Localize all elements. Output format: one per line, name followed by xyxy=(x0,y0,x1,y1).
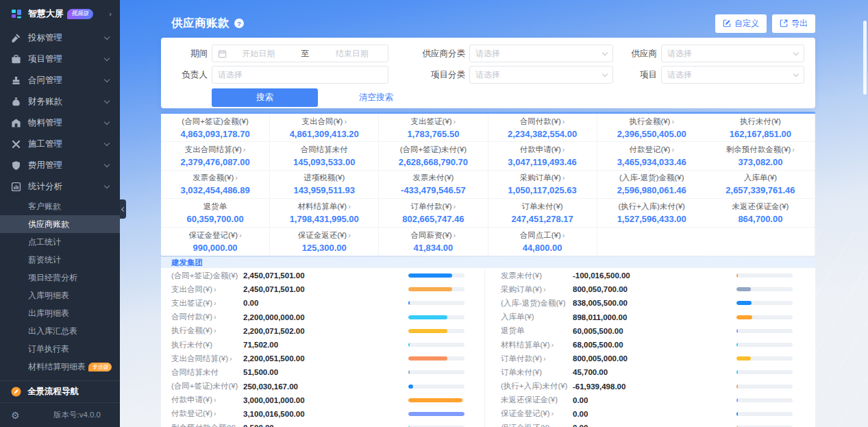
search-button[interactable]: 搜索 xyxy=(212,88,318,107)
chevron-right-icon[interactable] xyxy=(238,424,240,427)
stat-cell[interactable]: 执行金额(¥) 2,396,550,405.00 xyxy=(597,114,706,142)
sidebar-submenu-item[interactable]: 出库明细表 xyxy=(0,304,120,322)
clear-search-link[interactable]: 清空搜索 xyxy=(359,92,393,103)
stat-cell[interactable]: 支出合同结算(¥) 2,379,476,087.00 xyxy=(161,142,270,170)
chevron-right-icon[interactable] xyxy=(543,286,546,293)
chevron-right-icon[interactable] xyxy=(551,410,554,417)
stat-cell[interactable]: 发票金额(¥) 3,032,454,486.89 xyxy=(161,171,270,199)
sidebar-brand[interactable]: 智慧大屏 视频版 › xyxy=(0,0,120,27)
sidebar-menu-item[interactable]: 合同管理 xyxy=(0,70,120,91)
detail-row: (入库-退货)金额(¥) 838,005,500.00 xyxy=(501,296,793,310)
chevron-right-icon[interactable] xyxy=(214,327,216,334)
sidebar-submenu-item[interactable]: 点工统计 xyxy=(0,233,120,251)
stat-cell[interactable]: (合同+签证)未付(¥) 2,628,668,790.70 xyxy=(379,142,488,170)
sidebar-menu-item[interactable]: 费用管理 xyxy=(0,155,120,176)
stat-cell[interactable]: 入库单(¥) 2,657,339,761.46 xyxy=(706,171,815,199)
date-to-label: 至 xyxy=(301,48,310,60)
sidebar-menu-item[interactable]: 物料管理 xyxy=(0,112,120,134)
supplier-category-select[interactable]: 请选择 xyxy=(469,45,613,62)
chevron-right-icon[interactable] xyxy=(214,410,216,417)
stat-cell[interactable]: 保证金登记(¥) 990,000.00 xyxy=(161,228,270,256)
gear-icon[interactable]: ⚙ xyxy=(11,411,20,420)
stat-cell[interactable]: 付款登记(¥) 3,465,934,033.46 xyxy=(597,142,706,170)
metric-value: 2,450,071,501.00 xyxy=(243,271,408,280)
sidebar-menu-item[interactable]: 施工管理 xyxy=(0,134,120,155)
sidebar-submenu-item[interactable]: 订单执行表 xyxy=(0,340,120,358)
stat-cell[interactable] xyxy=(706,228,815,256)
stat-value: 2,234,382,554.00 xyxy=(508,129,577,139)
stat-cell[interactable]: 支出签证(¥) 1,783,765.50 xyxy=(379,114,488,142)
stat-cell[interactable]: 材料结算单(¥) 1,798,431,995.00 xyxy=(270,199,379,227)
submenu-item-label: 薪资统计 xyxy=(28,254,61,266)
metric-value: 51,500.00 xyxy=(243,368,408,376)
stat-cell[interactable]: 剩余预付款金额(¥) 373,082.00 xyxy=(706,142,815,170)
detail-column-right: 发票未付(¥) -100,016,500.00 采购订单(¥) xyxy=(484,269,815,427)
chevron-right-icon[interactable] xyxy=(214,313,216,321)
stat-value: 3,032,454,486.89 xyxy=(180,185,249,195)
stat-cell[interactable]: 合同付款(¥) 2,234,382,554.00 xyxy=(488,114,597,142)
project-category-select[interactable]: 请选择 xyxy=(469,66,613,84)
stat-cell[interactable]: 保证金返还(¥) 125,300.00 xyxy=(270,228,379,256)
detail-row: 付款登记(¥) 3,100,016,500.00 xyxy=(171,407,464,421)
help-icon[interactable] xyxy=(234,19,244,28)
stat-cell[interactable]: 订单未付(¥) 247,451,278.17 xyxy=(488,199,597,227)
detail-row: 剩余预付款金额(¥) 0,500.00 xyxy=(171,421,464,427)
sidebar-submenu-item[interactable]: 供应商账款 xyxy=(0,215,120,233)
customize-button[interactable]: 自定义 xyxy=(715,14,767,33)
stat-value: 143,959,511.93 xyxy=(293,185,355,195)
stat-cell[interactable]: 退货单 60,359,700.00 xyxy=(161,199,270,227)
sidebar-menu-item[interactable]: 投标管理 xyxy=(0,27,120,49)
stat-cell[interactable]: (入库-退货)金额(¥) 2,596,980,061.46 xyxy=(597,171,706,199)
detail-row: 执行金额(¥) 2,200,071,502.00 xyxy=(171,324,464,338)
supplier-select[interactable]: 请选择 xyxy=(661,45,804,62)
progress-bar-track xyxy=(736,273,793,278)
stat-cell[interactable]: 合同薪资(¥) 41,834.00 xyxy=(379,228,488,256)
sidebar-submenu-item[interactable]: 出入库汇总表 xyxy=(0,322,120,340)
chevron-right-icon[interactable] xyxy=(230,355,232,363)
stat-cell[interactable]: 付款申请(¥) 3,047,119,493.46 xyxy=(488,142,597,170)
panorama-nav-item[interactable]: 全景流程导航 xyxy=(0,380,120,402)
detail-row: 材料结算单(¥) 68,005,500.00 xyxy=(501,338,793,352)
sidebar-menu-item[interactable]: 统计分析 xyxy=(0,176,120,197)
stat-cell[interactable]: (执行+入库)未付(¥) 1,527,596,433.00 xyxy=(597,199,706,227)
chevron-right-icon[interactable] xyxy=(214,396,216,404)
metric-value: 0.00 xyxy=(243,299,408,307)
stat-cell[interactable]: 未返还保证金(¥) 864,700.00 xyxy=(706,199,815,227)
chevron-right-icon[interactable] xyxy=(214,286,216,293)
vertical-scrollbar-thumb[interactable] xyxy=(863,21,867,95)
sidebar-submenu-item[interactable]: 客户账款 xyxy=(0,197,120,215)
export-button[interactable]: 导出 xyxy=(772,14,815,33)
group-detail-columns: (合同+签证)金额(¥) 2,450,071,501.00 支出合同(¥) xyxy=(161,269,815,427)
metric-value: 0,500.00 xyxy=(243,424,408,427)
project-select[interactable]: 请选择 xyxy=(661,66,804,84)
stat-label: (执行+入库)未付(¥) xyxy=(619,202,685,212)
sidebar-submenu-item[interactable]: 入库明细表 xyxy=(0,286,120,304)
stat-cell[interactable]: 支出合同(¥) 4,861,309,413.20 xyxy=(270,114,379,142)
sidebar-collapse-handle[interactable] xyxy=(120,199,126,219)
stat-cell[interactable]: 发票未付(¥) -433,479,546.57 xyxy=(379,171,488,199)
chevron-right-icon[interactable] xyxy=(543,355,546,363)
progress-bar-track xyxy=(736,412,793,416)
owner-input[interactable]: 请选择 xyxy=(212,66,388,84)
stat-cell[interactable] xyxy=(597,228,706,256)
stat-cell[interactable]: 订单付款(¥) 802,665,747.46 xyxy=(379,199,488,227)
stat-label: 发票未付(¥) xyxy=(412,173,454,183)
stat-cell[interactable]: (合同+签证)金额(¥) 4,863,093,178.70 xyxy=(161,114,270,142)
stat-cell[interactable]: 进项税额(¥) 143,959,511.93 xyxy=(270,171,379,199)
stat-cell[interactable]: 合同点工(¥) 44,800.00 xyxy=(488,228,597,256)
sidebar-submenu-item[interactable]: 项目经营分析 xyxy=(0,269,120,286)
stat-cell[interactable]: 合同结算未付 145,093,533.00 xyxy=(270,142,379,170)
date-range-input[interactable]: 开始日期 至 结束日期 xyxy=(212,45,388,62)
sidebar-submenu-item[interactable]: 薪资统计 xyxy=(0,251,120,269)
stat-cell[interactable]: 执行未付(¥) 162,167,851.00 xyxy=(706,114,815,142)
sidebar-menu-item[interactable]: 项目管理 xyxy=(0,49,120,70)
chevron-right-icon[interactable] xyxy=(551,341,554,349)
chevron-right-icon xyxy=(792,146,795,154)
stat-cell[interactable]: 采购订单(¥) 1,050,117,025.63 xyxy=(488,171,597,199)
stat-label: 支出合同结算(¥) xyxy=(185,145,242,155)
chevron-right-icon[interactable] xyxy=(214,300,216,307)
sidebar-submenu-item[interactable]: 材料结算明细表 专业版 xyxy=(0,358,120,376)
chevron-right-icon[interactable] xyxy=(551,424,554,427)
metric-value: -61,939,498.00 xyxy=(573,382,736,391)
sidebar-menu-item[interactable]: 财务账款 xyxy=(0,91,120,112)
